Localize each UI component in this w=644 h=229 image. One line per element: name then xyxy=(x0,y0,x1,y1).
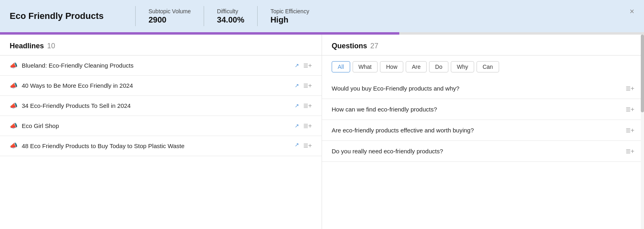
headlines-label: Headlines xyxy=(10,42,44,50)
questions-header: Questions 27 xyxy=(322,35,644,56)
add-to-list-icon[interactable]: ≣+ xyxy=(303,62,312,69)
list-item: 📣 Blueland: Eco-Friendly Cleaning Produc… xyxy=(0,56,322,76)
list-item: Would you buy Eco-Friendly products and … xyxy=(322,78,644,99)
list-item: Are eco-friendly products effective and … xyxy=(322,120,644,141)
topic-efficiency-value: High xyxy=(270,15,309,25)
subtopic-volume-value: 2900 xyxy=(149,15,191,25)
external-link-icon[interactable]: ↗ xyxy=(295,123,299,129)
headline-text: 34 Eco-Friendly Products To Sell in 2024 xyxy=(22,101,289,110)
filter-can-button[interactable]: Can xyxy=(477,61,499,72)
question-text: Are eco-friendly products effective and … xyxy=(332,127,621,134)
topic-efficiency-block: Topic Efficiency High xyxy=(270,8,309,25)
add-to-list-icon[interactable]: ≣+ xyxy=(303,122,312,130)
add-to-list-icon[interactable]: ≣+ xyxy=(303,102,312,109)
external-link-icon[interactable]: ↗ xyxy=(295,83,299,89)
filter-how-button[interactable]: How xyxy=(380,61,403,72)
add-to-list-icon[interactable]: ≣+ xyxy=(303,142,312,149)
filter-do-button[interactable]: Do xyxy=(429,61,448,72)
list-item: 📣 40 Ways to Be More Eco Friendly in 202… xyxy=(0,76,322,96)
difficulty-label: Difficulty xyxy=(217,8,244,14)
filter-are-button[interactable]: Are xyxy=(406,61,427,72)
headlines-count: 10 xyxy=(47,42,55,50)
subtopic-volume-label: Subtopic Volume xyxy=(149,8,191,14)
external-link-icon[interactable]: ↗ xyxy=(295,62,299,68)
external-link-icon[interactable]: ↗ xyxy=(295,103,299,109)
megaphone-icon: 📣 xyxy=(10,122,18,130)
headline-text: 40 Ways to Be More Eco Friendly in 2024 xyxy=(22,81,289,90)
questions-label: Questions xyxy=(332,42,367,50)
list-item: 📣 Eco Girl Shop ↗ ≣+ xyxy=(0,116,322,136)
filter-why-button[interactable]: Why xyxy=(451,61,474,72)
filter-all-button[interactable]: All xyxy=(332,61,350,72)
questions-panel: Questions 27 All What How Are Do Why Can… xyxy=(322,35,644,229)
divider-1 xyxy=(135,6,136,26)
question-text: Do you really need eco-friendly products… xyxy=(332,148,621,155)
list-item: 📣 48 Eco Friendly Products to Buy Today … xyxy=(0,136,322,156)
page-title: Eco Friendly Products xyxy=(10,11,122,21)
question-text: Would you buy Eco-Friendly products and … xyxy=(332,85,621,92)
headline-text: Eco Girl Shop xyxy=(22,122,289,130)
difficulty-block: Difficulty 34.00% xyxy=(217,8,244,25)
scrollbar-thumb[interactable] xyxy=(641,35,644,112)
megaphone-icon: 📣 xyxy=(10,102,18,109)
external-link-icon[interactable]: ↗ xyxy=(295,142,299,148)
add-to-list-icon[interactable]: ≣+ xyxy=(625,85,634,92)
add-to-list-icon[interactable]: ≣+ xyxy=(625,147,634,155)
top-bar: Eco Friendly Products Subtopic Volume 29… xyxy=(0,0,644,32)
add-to-list-icon[interactable]: ≣+ xyxy=(625,126,634,134)
headlines-panel: Headlines 10 📣 Blueland: Eco-Friendly Cl… xyxy=(0,35,322,229)
difficulty-value: 34.00% xyxy=(217,15,244,25)
filter-what-button[interactable]: What xyxy=(353,61,378,72)
headline-text: 48 Eco Friendly Products to Buy Today to… xyxy=(22,142,289,150)
filters-row: All What How Are Do Why Can xyxy=(322,56,644,78)
headline-text: Blueland: Eco-Friendly Cleaning Products xyxy=(22,61,289,70)
question-text: How can we find eco-friendly products? xyxy=(332,106,621,113)
scrollbar-track[interactable] xyxy=(641,35,644,229)
megaphone-icon: 📣 xyxy=(10,62,18,69)
list-item: Do you really need eco-friendly products… xyxy=(322,141,644,162)
divider-3 xyxy=(257,6,258,26)
megaphone-icon: 📣 xyxy=(10,82,18,89)
divider-2 xyxy=(204,6,204,26)
list-item: How can we find eco-friendly products? ≣… xyxy=(322,99,644,120)
questions-count: 27 xyxy=(370,42,378,50)
add-to-list-icon[interactable]: ≣+ xyxy=(625,105,634,113)
subtopic-volume-block: Subtopic Volume 2900 xyxy=(149,8,191,25)
topic-efficiency-label: Topic Efficiency xyxy=(270,8,309,14)
list-item: 📣 34 Eco-Friendly Products To Sell in 20… xyxy=(0,96,322,116)
add-to-list-icon[interactable]: ≣+ xyxy=(303,82,312,89)
headlines-header: Headlines 10 xyxy=(0,35,322,56)
content-area: Headlines 10 📣 Blueland: Eco-Friendly Cl… xyxy=(0,35,644,229)
close-button[interactable]: × xyxy=(630,7,634,15)
megaphone-icon: 📣 xyxy=(10,142,18,149)
